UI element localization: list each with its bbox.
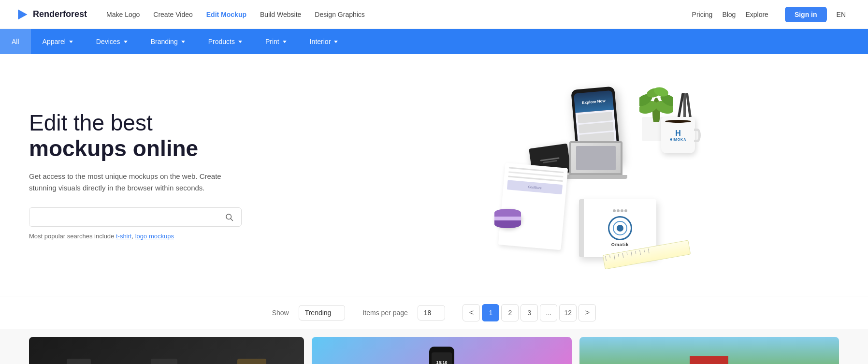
products-chevron-icon [238,41,242,43]
svg-point-1 [226,214,231,219]
right-navigation: Pricing Blog Explore Sign in EN [692,7,853,22]
grid-card-street[interactable] [579,337,839,364]
svg-marker-0 [18,9,27,19]
page-ellipsis: ... [540,304,557,321]
search-input[interactable] [29,208,217,226]
scene-mug: H HIMOKA [661,117,695,153]
language-chevron-icon [849,13,853,15]
print-chevron-icon [283,41,287,43]
hero-subtitle: Get access to the most unique mockups on… [29,171,237,194]
category-print[interactable]: Print [254,29,298,54]
grid-phone-mockup: 15:10 [429,347,454,364]
page-12-button[interactable]: 12 [559,304,577,321]
nav-build-website[interactable]: Build Website [260,11,301,18]
search-icon [225,213,233,221]
nav-edit-mockup[interactable]: Edit Mockup [206,11,246,18]
next-page-button[interactable]: > [579,304,596,321]
grid-building [690,356,728,364]
plant-leaves-icon [639,83,673,122]
nav-blog[interactable]: Blog [722,11,736,18]
category-apparel[interactable]: Apparel [31,29,85,54]
hero-image: Explore Now [280,73,839,277]
scene-notepad: Confiture [498,163,568,250]
popular-searches: Most popular searches include t-shirt, l… [29,233,280,240]
logo[interactable]: Renderforest [15,8,87,21]
popular-tshirt-link[interactable]: t-shirt [116,233,132,240]
prev-page-button[interactable]: < [463,304,480,321]
sign-in-button[interactable]: Sign in [785,7,827,22]
category-bar: All Apparel Devices Branding Products Pr… [0,29,868,54]
logo-icon [15,8,29,21]
interior-chevron-icon [334,41,338,43]
branding-chevron-icon [181,41,185,43]
category-interior[interactable]: Interior [298,29,350,54]
items-chevron-icon [435,312,439,314]
hero-title: Edit the best mockups online [29,110,280,161]
nav-make-logo[interactable]: Make Logo [106,11,140,18]
apparel-chevron-icon [69,41,73,43]
items-label: Items per page [362,309,407,317]
category-branding[interactable]: Branding [139,29,197,54]
grid-card-logos[interactable]: LUXOR IDEAS Reisen [29,337,304,364]
explore-chevron-icon [771,13,775,15]
nav-pricing[interactable]: Pricing [692,11,713,18]
page-2-button[interactable]: 2 [501,304,519,321]
popular-logo-link[interactable]: logo mockups [135,233,174,240]
language-selector[interactable]: EN [837,11,853,18]
main-nav: Make Logo Create Video Edit Mockup Build… [106,11,692,18]
grid-card-phone[interactable]: 15:10 [312,337,571,364]
top-navigation: Renderforest Make Logo Create Video Edit… [0,0,868,29]
devices-chevron-icon [124,41,128,43]
controls-row: Show Trending Items per page 18 < 1 2 3 … [0,296,868,329]
nav-design-graphics[interactable]: Design Graphics [315,11,365,18]
page-1-button[interactable]: 1 [482,304,499,321]
search-bar [29,207,242,227]
category-all[interactable]: All [0,29,31,54]
svg-line-2 [231,219,233,221]
show-label: Show [272,309,289,317]
mockup-scene: Explore Now [415,78,705,272]
items-per-page-dropdown[interactable]: 18 [418,305,446,320]
hero-section: Edit the best mockups online Get access … [0,54,868,296]
sort-dropdown[interactable]: Trending [299,305,346,320]
logo-text: Renderforest [33,9,87,19]
category-devices[interactable]: Devices [85,29,139,54]
scene-laptop [564,141,627,185]
scene-phone-top: Explore Now [574,90,614,113]
grid-section: LUXOR IDEAS Reisen 15:10 [0,329,868,364]
sort-chevron-icon [335,312,339,314]
nav-create-video[interactable]: Create Video [153,11,192,18]
search-button[interactable] [217,208,241,226]
nav-explore[interactable]: Explore [745,11,775,18]
scene-macaron [494,209,521,228]
category-products[interactable]: Products [197,29,254,54]
pagination: < 1 2 3 ... 12 > [463,304,596,321]
page-3-button[interactable]: 3 [521,304,538,321]
hero-content: Edit the best mockups online Get access … [29,110,280,240]
